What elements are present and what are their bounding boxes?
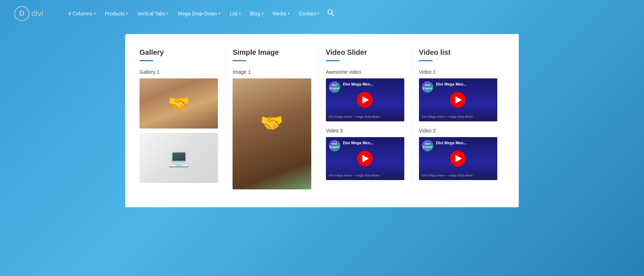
gallery-item-label: Gallery 1	[140, 69, 218, 75]
gallery-image-hands[interactable]	[140, 78, 218, 129]
video-thumb-2[interactable]: DiviEngine Divi Mega Men... Divi Mega me…	[419, 137, 497, 180]
video-slider-label-2: Video 3	[326, 128, 404, 134]
video-subtitle: Divi Mega menu – mega drop-down	[422, 174, 494, 177]
video-slider-item-2: Video 3 DiviEngine Divi Mega Men... Divi…	[326, 128, 404, 180]
video-slider-label-1: Awesome video	[326, 69, 404, 75]
logo[interactable]: D divi	[14, 6, 43, 21]
nav-item-contact[interactable]: Contact ▾	[295, 9, 323, 19]
divi-engine-logo: DiviEngine	[422, 140, 433, 151]
video-slider-column-title: Video Slider	[326, 48, 404, 57]
video-title: Divi Mega Men...	[343, 141, 402, 145]
video-subtitle: Divi Mega menu – mega drop-down	[422, 115, 494, 118]
nav-item-mega-dropdown[interactable]: Mega Drop-Down ▾	[174, 9, 224, 19]
divi-engine-logo: DiviEngine	[422, 81, 433, 93]
chevron-down-icon: ▾	[94, 11, 96, 15]
divi-engine-logo: DiviEngine	[329, 140, 340, 151]
nav-item-vertical-tabs[interactable]: Vertical Tabs ▾	[133, 9, 172, 19]
simple-image-column-title: Simple Image	[233, 48, 311, 57]
nav-item-4columns[interactable]: 4 Columns ▾	[65, 9, 99, 19]
video-slider-column: Video Slider Awesome video DiviEngine Di…	[319, 48, 412, 189]
nav-item-list[interactable]: List ▾	[226, 9, 244, 19]
video-list-column-title: Video list	[419, 48, 497, 57]
navbar: D divi 4 Columns ▾ Products ▾ Vertical T…	[0, 0, 644, 27]
video-title: Divi Mega Men...	[436, 141, 495, 145]
video-thumb-3[interactable]: DiviEngine Divi Mega Men... Divi Mega me…	[326, 137, 404, 180]
video-subtitle: Divi Mega menu – mega drop-down	[329, 115, 401, 118]
video-list-column: Video list Video 1 DiviEngine Divi Mega …	[412, 48, 504, 189]
simple-image-img[interactable]	[233, 78, 311, 189]
video-list-underline	[419, 60, 433, 61]
gallery-grid	[140, 78, 218, 183]
chevron-down-icon: ▾	[288, 11, 289, 15]
video-list-label-2: Video 2	[419, 128, 497, 134]
search-button[interactable]	[325, 7, 336, 20]
video-title: Divi Mega Men...	[343, 82, 402, 86]
video-title: Divi Mega Men...	[436, 82, 495, 86]
nav-links: 4 Columns ▾ Products ▾ Vertical Tabs ▾ M…	[65, 7, 630, 20]
chevron-down-icon: ▾	[167, 11, 169, 15]
chevron-down-icon: ▾	[317, 11, 319, 15]
video-thumb-awesome[interactable]: DiviEngine Divi Mega Men... Divi Mega me…	[326, 78, 404, 121]
chevron-down-icon: ▾	[239, 11, 241, 15]
mega-menu-panel: Gallery Gallery 1 Simple Image Image 1 V…	[125, 34, 519, 207]
svg-line-1	[332, 14, 334, 16]
chevron-down-icon: ▾	[126, 11, 128, 15]
play-button[interactable]	[357, 151, 373, 166]
gallery-column: Gallery Gallery 1	[140, 48, 225, 189]
logo-icon: D	[14, 6, 29, 21]
video-list-item-2: Video 2 DiviEngine Divi Mega Men... Divi…	[419, 128, 497, 180]
chevron-down-icon: ▾	[262, 11, 263, 15]
play-button[interactable]	[450, 151, 466, 166]
nav-item-blog[interactable]: Blog ▾	[247, 9, 267, 19]
gallery-image-laptop[interactable]	[140, 133, 218, 183]
nav-item-products[interactable]: Products ▾	[101, 9, 131, 19]
divi-engine-logo: DiviEngine	[329, 81, 340, 93]
video-slider-item-1: Awesome video DiviEngine Divi Mega Men..…	[326, 69, 404, 121]
video-list-item-1: Video 1 DiviEngine Divi Mega Men... Divi…	[419, 69, 497, 121]
nav-item-media[interactable]: Media ▾	[269, 9, 293, 19]
play-button[interactable]	[357, 92, 373, 108]
simple-image-underline	[233, 60, 246, 61]
gallery-column-title: Gallery	[140, 48, 218, 57]
main-content: Gallery Gallery 1 Simple Image Image 1 V…	[0, 27, 644, 276]
gallery-underline	[140, 60, 153, 61]
video-slider-underline	[326, 60, 340, 61]
logo-text: divi	[31, 9, 43, 18]
video-list-label-1: Video 1	[419, 69, 497, 75]
chevron-down-icon: ▾	[219, 11, 220, 15]
video-subtitle: Divi Mega menu – mega drop-down	[329, 174, 401, 177]
simple-image-item-label: Image 1	[233, 69, 311, 75]
video-thumb-1[interactable]: DiviEngine Divi Mega Men... Divi Mega me…	[419, 78, 497, 121]
play-button[interactable]	[450, 92, 466, 108]
simple-image-column: Simple Image Image 1	[225, 48, 318, 189]
